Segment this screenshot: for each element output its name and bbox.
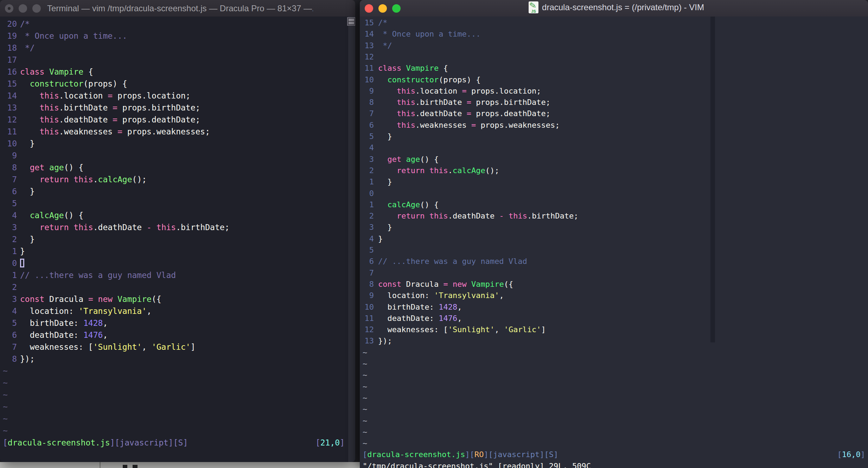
code-token: this — [74, 223, 93, 232]
tilde: ~ — [363, 439, 367, 448]
code-token: , — [103, 330, 108, 340]
close-button[interactable] — [5, 4, 13, 13]
code-token — [425, 211, 429, 220]
code-token: 16,0 — [842, 450, 861, 459]
code-token: 21,0 — [320, 438, 340, 447]
code-token: }); — [20, 354, 35, 363]
macvim-titlebar[interactable]: ✎ JS dracula-screenshot.js = (/private/t… — [360, 0, 868, 17]
code-token: RO — [474, 450, 484, 459]
terminal-scrollbar[interactable] — [348, 17, 355, 462]
vim-command-line: "/tmp/dracula-screenshot.js" [readonly] … — [360, 461, 868, 468]
code-token: () { — [420, 155, 439, 164]
code-token — [20, 127, 39, 136]
code-token: age — [406, 155, 420, 164]
code-token: this — [397, 98, 415, 107]
unsaved-dot-icon — [8, 7, 11, 10]
line-number: 2 — [363, 165, 374, 176]
code-token — [467, 280, 471, 289]
vim-statusline: [dracula-screenshot.js][javascript][S][2… — [0, 437, 355, 449]
code-line: 0 — [360, 188, 868, 199]
line-number: 3 — [363, 154, 374, 165]
tilde-line: ~ — [0, 425, 355, 437]
code-token: ] — [183, 438, 188, 447]
code-token: calcAge — [388, 200, 420, 209]
vim-text-area[interactable]: 20/*19 * Once upon a time...18 */1716cla… — [0, 17, 355, 462]
minimize-button[interactable] — [378, 4, 387, 13]
zoom-button[interactable] — [392, 4, 401, 13]
code-token — [20, 79, 30, 88]
code-token — [401, 155, 406, 164]
code-token: , — [103, 318, 108, 328]
code-token: return — [39, 223, 69, 232]
statusline-cursor-position: [16,0] — [837, 449, 865, 460]
code-line: 8 this.birthDate = props.birthDate; — [360, 97, 868, 108]
code-token: } — [378, 132, 392, 141]
vim-command-line — [0, 449, 355, 461]
tilde-line: ~ — [0, 389, 355, 401]
code-token: = — [108, 91, 113, 100]
code-token: ({ — [504, 280, 513, 289]
line-number: 2 — [3, 233, 17, 245]
code-token: location: — [20, 306, 78, 316]
code-token: return — [397, 166, 425, 175]
code-token: ][ — [540, 450, 549, 459]
code-token: /* — [378, 18, 388, 27]
code-token — [93, 295, 98, 304]
code-token: get — [30, 163, 45, 172]
code-token: dracula-screenshot.js — [367, 450, 465, 459]
code-token: return — [39, 175, 69, 184]
code-token: .deathDate — [448, 211, 499, 220]
code-rows: 20/*19 * Once upon a time...18 */1716cla… — [0, 17, 355, 462]
code-token: .location — [415, 87, 462, 95]
statusline-file-info: [dracula-screenshot.js][RO][javascript][… — [363, 449, 558, 460]
code-token: calcAge — [453, 166, 485, 175]
code-rows: 15/*14 * Once upon a time...13 */1211cla… — [360, 17, 868, 468]
line-number: 7 — [363, 108, 374, 119]
code-token: * Once upon a time... — [20, 31, 127, 40]
code-line: 8 get age() { — [0, 162, 355, 173]
code-token: props.weaknesses; — [476, 121, 560, 129]
macvim-scrollbar-thumb[interactable] — [710, 17, 715, 342]
code-token: ][ — [465, 450, 474, 459]
code-token: * Once upon a time... — [378, 30, 480, 38]
code-token: const — [20, 295, 44, 304]
code-token — [20, 91, 39, 100]
code-line: 7 this.deathDate = props.deathDate; — [360, 108, 868, 119]
minimize-button[interactable] — [19, 4, 27, 13]
code-line: 3 } — [360, 222, 868, 233]
code-token: constructor — [388, 75, 439, 84]
code-token — [69, 175, 74, 184]
code-token: , — [499, 291, 504, 300]
code-line: 6 deathDate: 1476, — [0, 329, 355, 341]
line-number: 2 — [363, 210, 374, 222]
code-token: calcAge — [30, 211, 64, 220]
zoom-button[interactable] — [32, 4, 41, 13]
code-line: 3const Dracula = new Vampire({ — [0, 293, 355, 305]
line-number: 2 — [3, 281, 17, 293]
line-number: 3 — [363, 222, 374, 233]
line-number: 5 — [3, 197, 17, 209]
close-button[interactable] — [365, 4, 373, 13]
code-line: 13 */ — [360, 40, 868, 51]
terminal-titlebar[interactable]: Terminal — vim /tmp/dracula-screenshot.j… — [0, 0, 355, 17]
split-pane-icon[interactable] — [347, 17, 355, 26]
vim-text-area[interactable]: 15/*14 * Once upon a time...13 */1211cla… — [360, 17, 868, 468]
code-token: ] — [861, 450, 865, 459]
code-token: weaknesses: [ — [378, 325, 448, 334]
code-line: 11 deathDate: 1476, — [360, 313, 868, 324]
code-token: (); — [485, 166, 499, 175]
code-token: this — [509, 211, 527, 220]
code-token: this — [429, 211, 448, 220]
code-token — [378, 87, 397, 95]
code-token: this — [397, 121, 415, 129]
vim-statusline: [dracula-screenshot.js][RO][javascript][… — [360, 449, 868, 460]
code-token: ({ — [152, 295, 161, 304]
code-token — [425, 166, 429, 175]
code-line: 3 return this.deathDate - this.birthDate… — [0, 221, 355, 233]
code-line: 19 * Once upon a time... — [0, 30, 355, 42]
code-token: = — [117, 127, 122, 136]
code-line: 14 this.location = props.location; — [0, 90, 355, 102]
line-number: 7 — [3, 173, 17, 185]
code-token: .deathDate — [415, 109, 467, 118]
code-token: [ — [315, 438, 320, 447]
